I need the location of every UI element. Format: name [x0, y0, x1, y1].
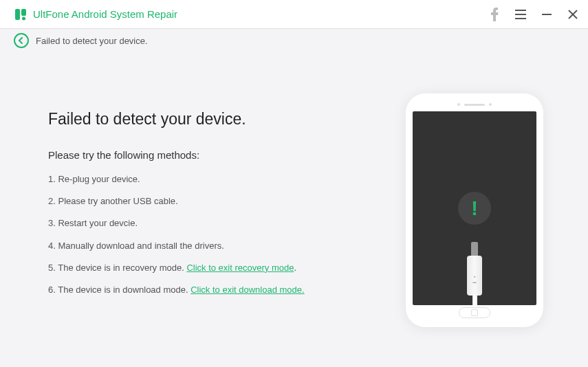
svg-point-2	[22, 16, 25, 20]
usb-tip	[471, 242, 478, 256]
phone-camera-icon	[489, 103, 492, 106]
svg-rect-5	[515, 18, 526, 19]
title-bar: UltFone Android System Repair	[0, 0, 588, 29]
svg-rect-4	[515, 14, 526, 15]
exit-recovery-link[interactable]: Click to exit recovery mode	[186, 263, 294, 273]
method-text: The device is in recovery mode.	[58, 263, 186, 273]
method-item: Please try another USB cable.	[48, 195, 389, 208]
page-heading: Failed to detect your device.	[48, 110, 389, 129]
method-item: The device is in download mode. Click to…	[48, 284, 389, 296]
home-button-icon	[459, 307, 490, 318]
title-right	[486, 6, 581, 23]
phone-frame: ! ● ▬	[406, 93, 543, 327]
phone-sensor-icon	[457, 103, 460, 106]
menu-icon[interactable]	[512, 6, 529, 23]
close-icon[interactable]	[565, 6, 581, 23]
method-item: Re-plug your device.	[48, 173, 389, 186]
svg-rect-1	[21, 9, 26, 16]
method-item: The device is in recovery mode. Click to…	[48, 262, 389, 274]
method-text: The device is in download mode.	[58, 285, 190, 295]
text-section: Failed to detect your device. Please try…	[48, 93, 389, 346]
phone-screen: ! ● ▬	[413, 111, 536, 305]
svg-rect-3	[515, 10, 526, 11]
status-bar: Failed to detect your device.	[0, 29, 588, 52]
exit-download-link[interactable]: Click to exit download mode.	[190, 285, 304, 295]
phone-top	[413, 100, 536, 109]
svg-rect-0	[15, 9, 20, 20]
svg-rect-6	[542, 14, 552, 15]
method-item: Manually download and install the driver…	[48, 240, 389, 252]
title-left: UltFone Android System Repair	[14, 8, 177, 21]
phone-speaker-icon	[464, 104, 485, 106]
app-logo-icon	[14, 8, 28, 21]
usb-cable	[472, 296, 477, 305]
facebook-icon[interactable]	[486, 6, 503, 23]
usb-plug-icon: ● ▬	[467, 242, 482, 305]
method-text: .	[294, 263, 296, 273]
method-item: Restart your devcie.	[48, 217, 389, 230]
back-button[interactable]	[14, 33, 29, 48]
minimize-icon[interactable]	[538, 6, 555, 23]
page-subheading: Please try the following methods:	[48, 149, 389, 161]
main-content: Failed to detect your device. Please try…	[0, 52, 588, 367]
exclamation-icon: !	[458, 192, 491, 225]
method-list: Re-plug your device. Please try another …	[48, 173, 389, 296]
status-message: Failed to detect your device.	[36, 36, 148, 46]
phone-home-area	[413, 305, 536, 320]
usb-body: ● ▬	[467, 256, 482, 296]
phone-illustration: ! ● ▬	[389, 93, 560, 346]
app-title: UltFone Android System Repair	[33, 8, 177, 20]
